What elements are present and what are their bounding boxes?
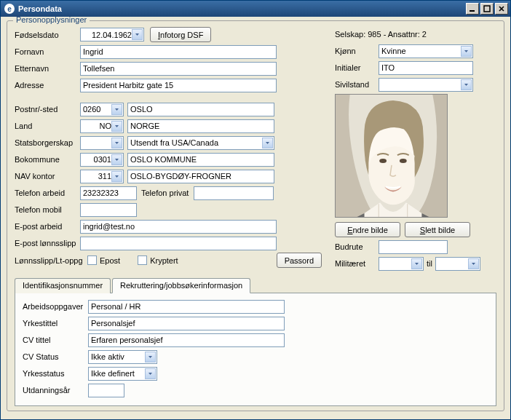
cvtittel-input[interactable] (88, 333, 285, 347)
initialer-input[interactable] (379, 61, 473, 75)
sivilstand-combo[interactable] (379, 78, 473, 92)
chevron-down-icon (111, 171, 122, 182)
tab-identifikasjonsnummer[interactable]: Identifikasjonsnummer (15, 278, 111, 293)
tab-rekruttering[interactable]: Rekruttering/jobbsøkerinformasjon (112, 278, 250, 293)
militaret-til-combo[interactable] (435, 257, 480, 271)
yrkestittel-input[interactable] (88, 317, 285, 330)
window: e Persondata Personopplysninger Fødselsd… (0, 0, 511, 420)
app-icon: e (4, 4, 15, 14)
statsborgerskap-combo[interactable] (80, 136, 124, 150)
adresse-input[interactable] (80, 79, 277, 92)
label-etternavn: Etternavn (15, 64, 80, 73)
chevron-down-icon (111, 138, 122, 148)
minimize-button[interactable] (466, 3, 479, 15)
maximize-button[interactable] (480, 3, 494, 15)
kryptert-checkbox[interactable] (138, 255, 147, 265)
epost-checkbox[interactable] (87, 255, 97, 265)
tabstrip: Identifikasjonsnummer Rekruttering/jobbs… (15, 277, 496, 293)
statsborgerskap-navn-combo[interactable]: Utsendt fra USA/Canada (127, 136, 274, 150)
svg-rect-1 (484, 6, 490, 12)
utdanningsar-input[interactable] (88, 384, 124, 397)
titlebar: e Persondata (1, 1, 510, 17)
budrute-input[interactable] (379, 240, 448, 254)
label-yrkesstatus: Yrkesstatus (23, 369, 88, 378)
epost-arbeid-input[interactable] (80, 220, 277, 234)
land-navn-input[interactable] (127, 119, 274, 133)
yrkesstatus-combo[interactable]: Ikke definert (88, 367, 157, 381)
chevron-down-icon (461, 46, 472, 57)
bokommune-combo[interactable]: 0301 (80, 153, 124, 167)
chevron-down-icon (111, 104, 122, 115)
tlf-arbeid-input[interactable] (80, 186, 137, 200)
selskap-text: Selskap: 985 - Ansattnr: 2 (335, 30, 427, 39)
chevron-down-icon (461, 79, 472, 90)
label-militaret: Militæret (335, 259, 379, 268)
label-epost-cb: Epost (100, 256, 120, 265)
poststed-input[interactable] (127, 103, 274, 116)
tab-body: Arbeidsoppgaver Yrkestittel CV tittel CV… (15, 293, 496, 406)
label-fodselsdato: Fødselsdato (15, 31, 80, 39)
chevron-down-icon (132, 29, 143, 40)
person-photo (335, 94, 448, 218)
label-cvstatus: CV Status (23, 352, 88, 361)
tlf-mobil-input[interactable] (80, 203, 137, 217)
label-arbeidsoppgaver: Arbeidsoppgaver (23, 302, 88, 311)
label-kjonn: Kjønn (335, 47, 379, 55)
fieldset-legend: Personopplysninger (13, 17, 90, 24)
fodselsdato-value: 12.04.1962 (92, 31, 132, 39)
postnr-combo[interactable]: 0260 (80, 103, 124, 116)
chevron-down-icon (145, 368, 156, 379)
label-til: til (427, 259, 432, 268)
label-initialer: Initialer (335, 63, 379, 72)
chevron-down-icon (145, 352, 156, 362)
kjonn-combo[interactable]: Kvinne (379, 44, 473, 58)
label-fornavn: Fornavn (15, 47, 80, 56)
navkontor-combo[interactable]: 311 (80, 170, 124, 183)
svg-rect-0 (470, 10, 475, 12)
label-utdanningsar: Utdanningsår (23, 386, 88, 395)
infotorg-button[interactable]: Infotorg DSF (150, 27, 211, 42)
chevron-down-icon (468, 258, 479, 269)
label-budrute: Budrute (335, 242, 379, 251)
chevron-down-icon (111, 121, 122, 132)
militaret-fra-combo[interactable] (379, 257, 424, 271)
arbeidsoppgaver-input[interactable] (88, 300, 285, 314)
label-lonnsslipp: Lønnsslipp/Lt-oppg (15, 256, 87, 265)
window-title: Persondata (18, 4, 466, 13)
fodselsdato-combo[interactable]: 12.04.1962 (80, 28, 144, 41)
svg-point-5 (400, 159, 407, 163)
chevron-down-icon (262, 138, 273, 148)
label-tlf-privat: Telefon privat (141, 189, 194, 197)
close-button[interactable] (495, 3, 508, 15)
label-land: Land (15, 122, 80, 130)
bokommune-navn-input[interactable] (127, 153, 274, 167)
label-bokommune: Bokommune (15, 155, 80, 164)
cvstatus-combo[interactable]: Ikke aktiv (88, 350, 157, 364)
label-postnr: Postnr/-sted (15, 105, 80, 114)
tlf-privat-input[interactable] (194, 186, 274, 200)
label-epost-lonn: E-post lønnsslipp (15, 239, 80, 247)
label-epost-arbeid: E-post arbeid (15, 222, 80, 231)
label-tlf-mobil: Telefon mobil (15, 205, 80, 214)
label-sivilstand: Sivilstand (335, 80, 379, 89)
svg-point-4 (379, 159, 387, 163)
label-yrkestittel: Yrkestittel (23, 319, 88, 328)
label-navkontor: NAV kontor (15, 172, 80, 181)
etternavn-input[interactable] (80, 62, 277, 76)
navkontor-navn-input[interactable] (127, 170, 274, 183)
endre-bilde-button[interactable]: Endre bilde (335, 222, 400, 237)
label-cvtittel: CV tittel (23, 336, 88, 344)
label-tlf-arbeid: Telefon arbeid (15, 189, 80, 197)
slett-bilde-button[interactable]: Slett bilde (405, 222, 470, 237)
label-statsborgerskap: Statsborgerskap (15, 138, 80, 147)
label-adresse: Adresse (15, 81, 80, 90)
epost-lonn-input[interactable] (80, 237, 277, 250)
label-kryptert: Kryptert (150, 256, 277, 265)
chevron-down-icon (111, 154, 122, 165)
person-details-fieldset: Personopplysninger Fødselsdato 12.04.196… (7, 20, 504, 411)
passord-button[interactable]: Passord (277, 253, 322, 268)
fornavn-input[interactable] (80, 45, 277, 59)
land-combo[interactable]: NO (80, 119, 124, 133)
chevron-down-icon (411, 258, 422, 269)
